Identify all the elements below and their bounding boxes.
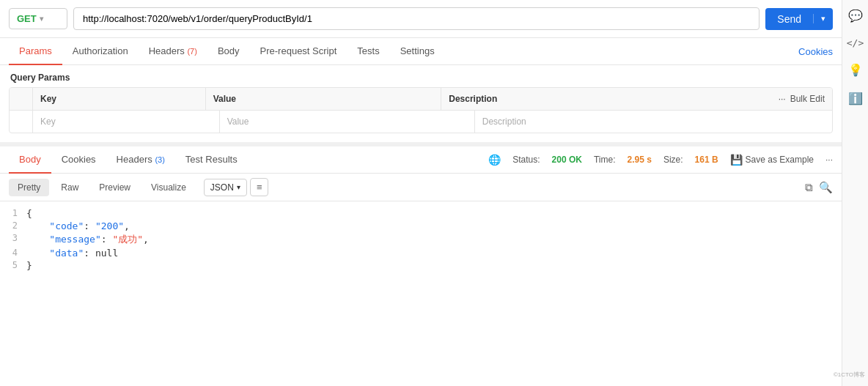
info-icon[interactable]: ℹ️ <box>848 92 863 105</box>
time-value: 2.95 s <box>628 155 652 165</box>
response-body-code: 1 { 2 "code": "200", 3 "message": "成功", … <box>0 201 842 278</box>
response-tab-headers-label: Headers <box>117 154 152 165</box>
send-label: Send <box>765 13 813 25</box>
brand-watermark: ©1CTO博客 <box>834 371 865 379</box>
line-num-4: 4 <box>0 248 26 259</box>
row-key-input[interactable]: Key <box>33 111 220 133</box>
row-checkbox[interactable] <box>10 111 33 133</box>
query-params-title: Query Params <box>0 65 842 87</box>
wrap-button[interactable]: ≡ <box>250 178 269 196</box>
bulk-edit-btn[interactable]: ··· Bulk Edit <box>771 88 832 110</box>
format-chevron-icon: ▾ <box>237 183 240 191</box>
cookies-link[interactable]: Cookies <box>798 46 833 57</box>
tab-authorization[interactable]: Authorization <box>62 38 139 65</box>
line-content-1: { <box>26 208 842 219</box>
line-content-5: } <box>26 260 842 271</box>
status-value: 200 OK <box>552 155 582 165</box>
col-value-header: Value <box>206 88 442 110</box>
tab-params[interactable]: Params <box>9 38 62 65</box>
line-content-3: "message": "成功", <box>26 233 842 246</box>
response-tab-test-results[interactable]: Test Results <box>175 146 248 174</box>
bulb-icon[interactable]: 💡 <box>848 63 863 77</box>
copy-icon[interactable]: ⧉ <box>805 181 813 194</box>
code-line-5: 5 } <box>0 259 842 272</box>
tab-settings[interactable]: Settings <box>390 38 445 65</box>
code-icon[interactable]: </> <box>847 37 864 48</box>
row-value-input[interactable]: Value <box>220 111 475 133</box>
send-arrow-icon: ▾ <box>813 14 833 23</box>
col-check-header <box>10 88 33 110</box>
method-label: GET <box>17 13 37 24</box>
response-tab-cookies[interactable]: Cookies <box>51 146 106 174</box>
code-line-1: 1 { <box>0 207 842 220</box>
request-tabs: Params Authorization Headers (7) Body Pr… <box>0 38 842 65</box>
bulk-edit-dots: ··· <box>779 94 786 104</box>
more-options-icon[interactable]: ··· <box>825 155 833 165</box>
tab-headers[interactable]: Headers (7) <box>139 38 207 65</box>
row-desc-input[interactable]: Description <box>475 111 832 133</box>
code-actions: ⧉ 🔍 <box>805 181 833 194</box>
code-tab-pretty[interactable]: Pretty <box>9 179 49 196</box>
size-label: Size: <box>663 155 683 165</box>
tab-headers-label: Headers <box>149 45 185 56</box>
line-content-2: "code": "200", <box>26 220 842 231</box>
code-val-code: "200" <box>95 220 124 231</box>
params-table: Key Value Description ··· Bulk Edit Key … <box>9 87 833 133</box>
status-label: Status: <box>512 155 540 165</box>
tab-pre-request[interactable]: Pre-request Script <box>250 38 347 65</box>
code-val-message: "成功" <box>112 234 143 245</box>
bulk-edit-label: Bulk Edit <box>790 94 825 104</box>
method-dropdown[interactable]: GET ▾ <box>9 8 67 29</box>
col-key-header: Key <box>33 88 206 110</box>
send-button[interactable]: Send ▾ <box>765 8 833 30</box>
response-status-bar: 🌐 Status: 200 OK Time: 2.95 s Size: 161 … <box>488 154 833 166</box>
response-tab-body[interactable]: Body <box>9 146 51 174</box>
response-tabs: Body Cookies Headers (3) Test Results 🌐 … <box>0 146 842 174</box>
line-num-2: 2 <box>0 220 26 231</box>
code-line-4: 4 "data": null <box>0 247 842 259</box>
code-line-3: 3 "message": "成功", <box>0 232 842 247</box>
tab-body[interactable]: Body <box>207 38 250 65</box>
params-empty-row: Key Value Description <box>10 111 832 133</box>
code-key-message: "message" <box>49 234 100 245</box>
size-value: 161 B <box>695 155 718 165</box>
line-content-4: "data": null <box>26 248 842 259</box>
code-tab-raw[interactable]: Raw <box>52 179 87 196</box>
format-dropdown[interactable]: JSON ▾ <box>204 179 247 196</box>
code-key-data: "data" <box>49 248 84 259</box>
tab-tests[interactable]: Tests <box>347 38 389 65</box>
code-tab-visualize[interactable]: Visualize <box>142 179 195 196</box>
time-label: Time: <box>594 155 616 165</box>
save-icon: 💾 <box>730 154 743 166</box>
code-key-code: "code" <box>49 220 84 231</box>
col-desc-header: Description <box>441 88 770 110</box>
line-num-1: 1 <box>0 208 26 219</box>
format-label: JSON <box>210 182 234 193</box>
url-input[interactable] <box>73 7 760 30</box>
save-example-label: Save as Example <box>746 155 814 165</box>
code-line-2: 2 "code": "200", <box>0 220 842 232</box>
line-num-3: 3 <box>0 233 26 246</box>
tab-headers-badge: (7) <box>187 47 196 56</box>
code-tab-preview[interactable]: Preview <box>90 179 139 196</box>
code-format-tabs: Pretty Raw Preview Visualize JSON ▾ ≡ ⧉ … <box>0 174 842 201</box>
chat-icon[interactable]: 💬 <box>848 9 863 23</box>
save-as-example-btn[interactable]: 💾 Save as Example <box>730 154 814 166</box>
method-chevron-icon: ▾ <box>40 15 43 23</box>
code-val-data: null <box>95 248 118 259</box>
response-tab-headers[interactable]: Headers (3) <box>106 146 175 174</box>
response-tab-headers-badge: (3) <box>155 155 164 164</box>
line-num-5: 5 <box>0 260 26 271</box>
globe-icon: 🌐 <box>488 154 501 166</box>
search-icon[interactable]: 🔍 <box>819 181 833 194</box>
